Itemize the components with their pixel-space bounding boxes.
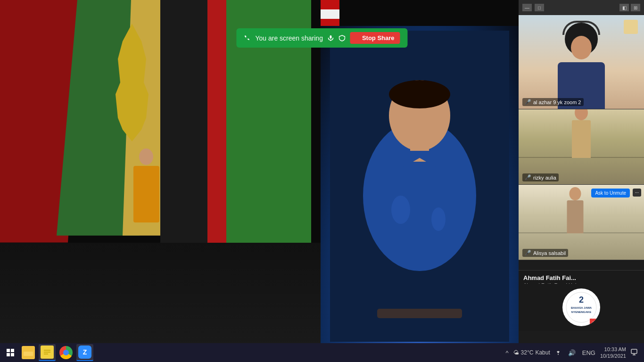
participant-tile-alazhar: 🎤 al azhar 9 yk zoom 2 [519, 15, 644, 109]
record-dot [356, 36, 360, 40]
svg-point-15 [391, 196, 410, 224]
studio-canvas [0, 0, 519, 346]
stop-share-button[interactable]: Stop Share [350, 32, 400, 44]
participants-panel: — □ ◧ ⊞ 🎤 al azhar 9 yk zoom 2 [519, 0, 644, 346]
chrome-icon [59, 346, 73, 359]
svg-rect-18 [377, 309, 462, 318]
language-indicator[interactable]: ENG [580, 348, 597, 357]
main-presenter-video [321, 26, 519, 346]
weather-condition: Kabut [535, 349, 550, 356]
participant-tile-rizky: 🎤 rizky aulia [519, 109, 644, 185]
system-clock[interactable]: 10:33 AM 10/19/2021 [600, 346, 626, 360]
svg-point-17 [389, 80, 450, 108]
weather-temp: 32°C [521, 349, 534, 356]
network-icon[interactable] [553, 348, 563, 358]
weather-widget: 🌤 32°C Kabut [513, 349, 550, 356]
more-options-button[interactable]: ··· [633, 189, 641, 197]
zoom-icon: Z [78, 346, 91, 359]
restore-button[interactable]: □ [535, 4, 544, 11]
clock-date: 10/19/2021 [600, 353, 626, 359]
alazhar-video [519, 15, 644, 109]
subscribe-badge: SUB [590, 319, 600, 326]
shield-icon [339, 35, 346, 41]
clock-time: 10:33 AM [604, 346, 626, 353]
logo-circle: 2 BAHASA JAWA NYENENGAKE SUB [562, 288, 600, 326]
logo-area: 2 BAHASA JAWA NYENENGAKE SUB [519, 284, 644, 331]
alisya-name-badge: 🎤 Alisya salsabil [522, 249, 568, 257]
svg-text:2: 2 [579, 295, 584, 304]
main-video-area [0, 0, 519, 346]
presenter-silhouette [330, 31, 509, 342]
window-controls-bar: — □ ◧ ⊞ [519, 0, 644, 15]
start-button[interactable] [2, 344, 19, 361]
svg-rect-25 [24, 352, 33, 356]
system-tray: ^ 🌤 32°C Kabut 🔊 ENG 10:33 AM 10/19/2021 [504, 346, 642, 360]
weather-icon: 🌤 [513, 349, 519, 356]
phone-icon [244, 35, 250, 41]
alazhar-mic-muted-icon: 🎤 [525, 99, 531, 105]
volume-icon[interactable]: 🔊 [566, 348, 578, 357]
rizky-name-badge: 🎤 rizky aulia [522, 173, 559, 181]
screen-share-text: You are screen sharing [255, 34, 322, 42]
participant-tile-alisya: Ask to Unmute ··· 🎤 Alisya salsabil [519, 185, 644, 260]
taskbar-zoom[interactable]: Z [76, 344, 93, 361]
tile-left-button[interactable]: ◧ [619, 4, 629, 11]
taskbar-file-explorer[interactable] [20, 344, 37, 361]
ask-unmute-button[interactable]: Ask to Unmute [591, 189, 630, 197]
svg-point-16 [431, 207, 446, 231]
rizky-mic-muted-icon: 🎤 [525, 174, 531, 181]
notification-center-button[interactable] [629, 348, 639, 358]
taskbar-chrome[interactable] [58, 344, 74, 361]
show-hidden-icons-button[interactable]: ^ [504, 348, 510, 357]
folder-icon [22, 346, 35, 359]
taskbar: Z ^ 🌤 32°C Kabut 🔊 ENG 10:33 AM 10/19/20… [0, 343, 644, 362]
grid-view-button[interactable]: ⊞ [631, 4, 640, 11]
taskbar-sticky-notes[interactable] [39, 344, 56, 361]
svg-rect-19 [330, 35, 332, 39]
svg-text:BAHASA JAWA: BAHASA JAWA [571, 306, 592, 309]
mic-icon [328, 35, 334, 41]
studio-presenter [127, 148, 165, 243]
alazhar-name-badge: 🎤 al azhar 9 yk zoom 2 [522, 98, 584, 106]
svg-text:NYENENGAKE: NYENENGAKE [571, 311, 591, 313]
host-name: Ahmad Fatih Fai... [523, 274, 639, 281]
wayang-decoration [108, 24, 156, 141]
svg-rect-30 [631, 349, 637, 354]
minimize-button[interactable]: — [522, 4, 532, 11]
alisya-mic-muted-icon: 🎤 [525, 250, 531, 256]
screen-share-banner: You are screen sharing Stop Share [236, 28, 407, 48]
sticky-notes-icon [41, 346, 54, 359]
